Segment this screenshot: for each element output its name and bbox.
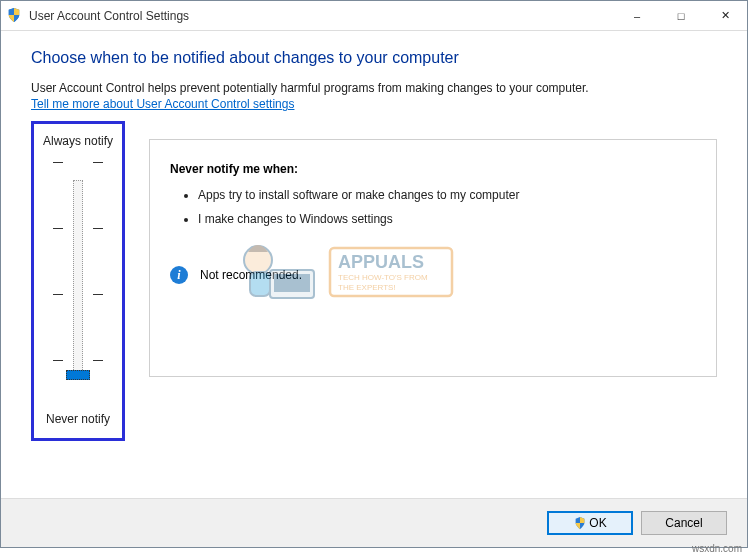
- shield-icon: [573, 516, 587, 530]
- info-panel-title: Never notify me when:: [170, 162, 696, 176]
- notification-slider-area: Always notify Never notify: [31, 121, 125, 441]
- uac-settings-window: User Account Control Settings – □ ✕ Choo…: [0, 0, 748, 548]
- titlebar: User Account Control Settings – □ ✕: [1, 1, 747, 31]
- window-title: User Account Control Settings: [29, 9, 615, 23]
- info-list: Apps try to install software or make cha…: [170, 188, 696, 226]
- list-item: I make changes to Windows settings: [198, 212, 696, 226]
- page-subtext: User Account Control helps prevent poten…: [31, 81, 717, 95]
- maximize-button[interactable]: □: [659, 1, 703, 30]
- slider-label-top: Always notify: [43, 134, 113, 148]
- cancel-button-label: Cancel: [665, 516, 702, 530]
- ok-button-label: OK: [589, 516, 606, 530]
- svg-text:THE EXPERTS!: THE EXPERTS!: [338, 283, 396, 292]
- slider-track-wrap: [38, 158, 118, 402]
- notification-slider[interactable]: [73, 180, 83, 380]
- footer: OK Cancel: [1, 498, 747, 547]
- close-button[interactable]: ✕: [703, 1, 747, 30]
- recommendation-text: Not recommended.: [200, 268, 302, 282]
- slider-thumb[interactable]: [66, 370, 90, 380]
- info-panel: Never notify me when: Apps try to instal…: [149, 139, 717, 377]
- corner-watermark: wsxdn.com: [692, 543, 742, 554]
- shield-icon: [7, 8, 23, 24]
- cancel-button[interactable]: Cancel: [641, 511, 727, 535]
- ok-button[interactable]: OK: [547, 511, 633, 535]
- list-item: Apps try to install software or make cha…: [198, 188, 696, 202]
- recommendation-row: i Not recommended.: [170, 266, 696, 284]
- slider-label-bottom: Never notify: [46, 412, 110, 426]
- window-controls: – □ ✕: [615, 1, 747, 30]
- content-area: Choose when to be notified about changes…: [1, 31, 747, 498]
- help-link[interactable]: Tell me more about User Account Control …: [31, 97, 717, 111]
- page-heading: Choose when to be notified about changes…: [31, 49, 717, 67]
- minimize-button[interactable]: –: [615, 1, 659, 30]
- main-row: Always notify Never notify Never notify …: [31, 121, 717, 488]
- info-icon: i: [170, 266, 188, 284]
